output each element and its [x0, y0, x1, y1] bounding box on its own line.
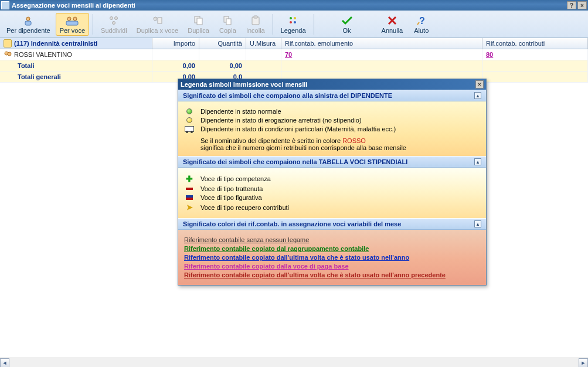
- scroll-left-button[interactable]: ◄: [0, 358, 9, 367]
- minus-icon: [186, 188, 193, 190]
- window-title: Assegnazione voci mensili ai dipendenti: [12, 2, 135, 9]
- ref-link[interactable]: Riferimento contabile copiato dalla voce…: [184, 263, 480, 270]
- figurative-icon: [186, 195, 193, 200]
- svg-point-7: [113, 22, 115, 25]
- svg-point-22: [8, 52, 11, 56]
- close-button[interactable]: ×: [577, 1, 587, 9]
- svg-rect-1: [25, 21, 31, 25]
- rif-contr-link[interactable]: 80: [486, 51, 493, 58]
- legend-section-1: Significato dei simboli che compaiono al…: [178, 90, 486, 156]
- collapse-icon[interactable]: ▴: [474, 158, 481, 165]
- arrow-icon: ➤: [186, 203, 193, 212]
- duplicate-voice-icon: [151, 15, 163, 26]
- svg-rect-13: [226, 19, 231, 25]
- col-rif-emolumento[interactable]: Rif.contab. emolumento: [281, 38, 482, 49]
- split-icon: [108, 15, 120, 26]
- car-icon: [185, 126, 194, 132]
- duplicate-icon: [193, 15, 204, 26]
- help-button[interactable]: ?: [567, 1, 576, 9]
- legend-title: Legenda simboli immissione voci mensili: [181, 81, 307, 88]
- svg-text:?: ?: [419, 16, 425, 26]
- svg-point-6: [115, 17, 118, 20]
- svg-point-8: [154, 17, 157, 21]
- totals-row: Totali 0,00 0,00: [0, 60, 588, 72]
- svg-rect-9: [158, 18, 162, 23]
- svg-rect-15: [254, 16, 257, 18]
- copia-button[interactable]: Copia: [215, 13, 241, 36]
- horizontal-scrollbar[interactable]: ◄ ►: [0, 358, 588, 367]
- svg-point-16: [290, 17, 292, 19]
- svg-rect-4: [66, 21, 78, 25]
- row-name: ROSSI VALENTINO: [14, 51, 72, 58]
- legend-note: Se il nominativo del dipendente è scritt…: [200, 137, 480, 151]
- cancel-icon: [387, 15, 397, 26]
- aiuto-button[interactable]: ? Aiuto: [408, 13, 434, 36]
- sheet-icon: [4, 39, 12, 47]
- legend-section-3: Significato colori dei rif.contab. in as…: [178, 218, 486, 285]
- duplica-button[interactable]: Duplica: [183, 13, 213, 36]
- col-umisura[interactable]: U.Misura: [246, 38, 281, 49]
- ref-link[interactable]: Riferimento contabile senza nessun legam…: [184, 236, 480, 243]
- legend-section-3-header[interactable]: Significato colori dei rif.contab. in as…: [178, 218, 486, 230]
- grid-header: (117) Indennità centralinisti Importo Qu…: [0, 38, 588, 49]
- svg-point-0: [26, 17, 30, 21]
- legend-section-2-header[interactable]: Significato dei simboli che compaiono ne…: [178, 156, 486, 168]
- per-voce-button[interactable]: Per voce: [56, 13, 89, 36]
- yellow-dot-icon: [186, 117, 192, 123]
- per-dipendente-button[interactable]: Per dipendente: [2, 13, 55, 36]
- ok-button[interactable]: Ok: [318, 13, 376, 36]
- check-icon: [341, 15, 354, 26]
- titlebar: Assegnazione voci mensili ai dipendenti …: [0, 0, 588, 11]
- col-quantita[interactable]: Quantità: [199, 38, 246, 49]
- legend-section-1-header[interactable]: Significato dei simboli che compaiono al…: [178, 90, 486, 101]
- col-rif-contributi[interactable]: Rif.contab. contributi: [482, 38, 588, 49]
- incolla-button[interactable]: Incolla: [242, 13, 269, 36]
- legend-titlebar: Legenda simboli immissione voci mensili …: [178, 79, 486, 90]
- collapse-icon[interactable]: ▴: [474, 92, 481, 99]
- scroll-right-button[interactable]: ►: [579, 358, 588, 367]
- svg-point-17: [294, 17, 296, 19]
- ref-link[interactable]: Riferimento contabile copiato dall'ultim…: [184, 254, 480, 261]
- rif-emol-link[interactable]: 70: [285, 51, 292, 58]
- copy-icon: [222, 15, 233, 26]
- legenda-button[interactable]: Legenda: [277, 13, 310, 36]
- suddividi-button[interactable]: Suddividi: [97, 13, 131, 36]
- green-dot-icon: [186, 108, 192, 114]
- toolbar: Per dipendente Per voce Suddividi Duplic…: [0, 11, 588, 38]
- dependents-icon: [4, 50, 12, 59]
- svg-point-18: [290, 21, 292, 23]
- svg-point-2: [67, 17, 71, 21]
- collapse-icon[interactable]: ▴: [474, 220, 481, 227]
- scroll-track[interactable]: [9, 358, 579, 367]
- help-icon: ?: [416, 15, 427, 26]
- svg-point-3: [73, 17, 77, 21]
- col-importo[interactable]: Importo: [152, 38, 199, 49]
- table-row[interactable]: ROSSI VALENTINO 70 80: [0, 49, 588, 60]
- legend-section-2: Significato dei simboli che compaiono ne…: [178, 156, 486, 218]
- people-icon: [65, 15, 79, 26]
- app-icon: [1, 1, 9, 9]
- grid-body: ROSSI VALENTINO 70 80 Totali 0,00 0,00 T…: [0, 49, 588, 83]
- plus-icon: ✚: [186, 174, 193, 184]
- duplica-x-voce-button[interactable]: Duplica x voce: [132, 13, 183, 36]
- annulla-button[interactable]: Annulla: [378, 13, 407, 36]
- ref-link[interactable]: Riferimento contabile copiato dall'ultim…: [184, 271, 480, 278]
- svg-point-19: [294, 21, 296, 23]
- ref-link[interactable]: Riferimento contabile copiato dal raggru…: [184, 245, 480, 252]
- legend-icon: [288, 15, 298, 26]
- legend-close-button[interactable]: ×: [475, 80, 484, 89]
- col-voce[interactable]: (117) Indennità centralinisti: [0, 38, 152, 49]
- svg-rect-11: [197, 18, 202, 25]
- svg-point-5: [110, 17, 113, 20]
- paste-icon: [250, 15, 261, 26]
- person-icon: [22, 15, 34, 26]
- legend-popup: Legenda simboli immissione voci mensili …: [178, 79, 487, 286]
